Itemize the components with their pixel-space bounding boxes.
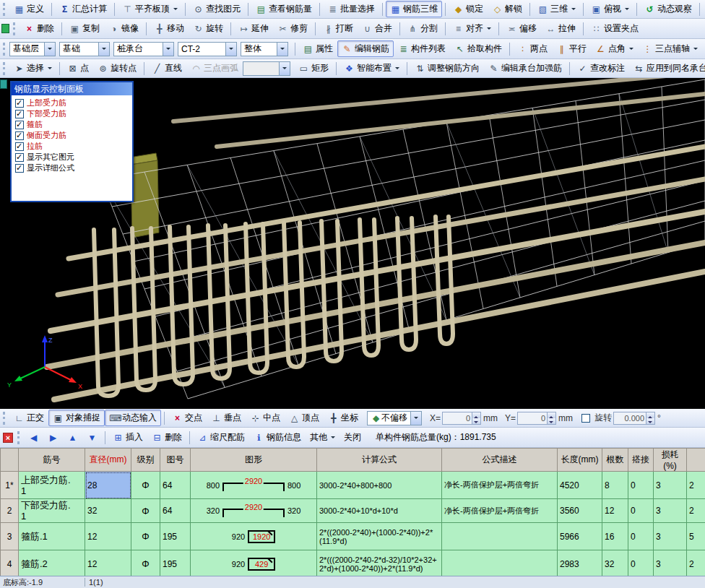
cell-graph[interactable]: 320 2920 320 320 2920 bbox=[191, 499, 317, 523]
rotate-spinner[interactable] bbox=[646, 412, 654, 424]
cell-loss[interactable]: 3 bbox=[654, 472, 687, 499]
cell-clipped[interactable]: 2 bbox=[687, 499, 705, 523]
toolbar-button[interactable]: 拉伸 bbox=[541, 20, 580, 37]
cell-qty[interactable]: 8 bbox=[602, 472, 628, 499]
chevron-down-icon[interactable] bbox=[163, 43, 173, 56]
checkbox[interactable] bbox=[15, 131, 24, 140]
edit-toolbar-button[interactable]: 钢筋信息 bbox=[249, 429, 306, 446]
toolbar-button[interactable]: 旋转点 bbox=[93, 60, 141, 77]
toolbar-button[interactable]: 设置夹点 bbox=[587, 20, 643, 37]
cell-diameter[interactable]: 12 bbox=[85, 550, 131, 576]
toolbar-button[interactable]: 矩形 bbox=[294, 60, 333, 77]
context-dropdown[interactable]: 基础层 bbox=[9, 42, 56, 56]
cell-desc[interactable] bbox=[442, 550, 558, 576]
chevron-down-icon[interactable] bbox=[44, 43, 55, 56]
toolbar-button[interactable]: 调整钢筋方向 bbox=[410, 60, 484, 77]
checkbox[interactable] bbox=[15, 164, 24, 173]
toolbar-button[interactable]: 旋转 bbox=[189, 20, 228, 37]
toolbar-button[interactable]: 合并 bbox=[358, 20, 397, 37]
cell-clipped[interactable]: 5 bbox=[687, 523, 705, 550]
toolbar-button[interactable]: 对齐 bbox=[449, 20, 496, 37]
cell-lap[interactable]: 0 bbox=[628, 550, 654, 576]
table-row[interactable]: 1* 上部受力筋.1 28 Φ 64 800 2920 800 bbox=[1, 472, 705, 499]
toolbar-button[interactable]: 批量选择 bbox=[323, 1, 379, 17]
toolbar-button[interactable]: 编辑钢筋 bbox=[337, 40, 394, 57]
cell-qty[interactable]: 12 bbox=[602, 499, 628, 523]
snap-toggle-button[interactable]: 中点 bbox=[246, 410, 285, 426]
toolbar-button[interactable]: 偏移 bbox=[502, 20, 541, 37]
cell-formula[interactable]: 2*((2000-2*40)+(1000-2*40))+2*(11.9*d) bbox=[317, 523, 442, 550]
edit-toolbar-button[interactable]: 删除 bbox=[147, 429, 186, 446]
toolbar-button[interactable]: 三点画弧 bbox=[186, 60, 243, 77]
rotate-input[interactable]: 0.000 bbox=[613, 412, 655, 425]
offset-mode-dropdown[interactable]: 不偏移 bbox=[367, 411, 422, 425]
cell-desc[interactable]: 净长-两倍保护层+两倍弯折 bbox=[442, 472, 558, 499]
cell-bar-name[interactable]: 下部受力筋.1 bbox=[19, 499, 85, 523]
cell-bar-name[interactable]: 上部受力筋.1 bbox=[19, 472, 85, 499]
cell-figure-no[interactable]: 195 bbox=[160, 523, 191, 550]
table-row[interactable]: 3 箍筋.1 12 Φ 195 920 1920 920 bbox=[1, 523, 705, 550]
toolbar-button[interactable]: 延伸 bbox=[234, 20, 273, 37]
checkbox[interactable] bbox=[15, 121, 24, 129]
cell-figure-no[interactable]: 195 bbox=[160, 550, 191, 576]
checkbox[interactable] bbox=[15, 99, 24, 108]
nav-left-button[interactable] bbox=[24, 431, 43, 445]
toolbar-button[interactable]: 点 bbox=[63, 60, 93, 77]
toolbar-button[interactable]: 点角 bbox=[591, 40, 638, 57]
cell-qty[interactable]: 32 bbox=[602, 550, 628, 576]
toolbar-button[interactable]: 分割 bbox=[403, 20, 442, 37]
toolbar-button[interactable]: 删除辅轴 bbox=[702, 40, 705, 57]
toolbar-button[interactable]: 直线 bbox=[147, 60, 186, 77]
cell-level[interactable]: Φ bbox=[131, 523, 160, 550]
toolbar-button[interactable]: 俯视 bbox=[587, 1, 633, 17]
toolbar-grip[interactable] bbox=[3, 43, 7, 56]
close-panel-button[interactable] bbox=[3, 433, 13, 443]
toolbar-button[interactable]: 智能布置 bbox=[339, 60, 404, 77]
cell-loss[interactable]: 3 bbox=[654, 550, 687, 576]
toolbar-button[interactable]: 属性 bbox=[298, 40, 337, 57]
toolbar-button[interactable]: 镜像 bbox=[104, 20, 143, 37]
row-number[interactable]: 4 bbox=[1, 550, 19, 576]
toolbar-button[interactable]: 两点 bbox=[513, 40, 552, 57]
toolbar-button[interactable]: 应用到同名承台 bbox=[629, 60, 705, 77]
toolbar-button[interactable]: 复制 bbox=[65, 20, 104, 37]
cell-desc[interactable]: 净长-两倍保护层+两倍弯折 bbox=[442, 499, 558, 523]
edit-toolbar-button[interactable]: 缩尺配筋 bbox=[193, 429, 249, 446]
cell-desc[interactable] bbox=[442, 523, 558, 550]
nav-down-button[interactable] bbox=[82, 431, 102, 445]
chevron-down-icon[interactable] bbox=[225, 43, 236, 56]
toolbar-button[interactable]: 三点辅轴 bbox=[638, 40, 702, 57]
cell-clipped[interactable]: 2 bbox=[687, 472, 705, 499]
toolbar-button[interactable]: 查看钢筋量 bbox=[251, 1, 316, 17]
toolbar-button[interactable]: 构件列表 bbox=[394, 40, 450, 57]
cell-bar-name[interactable]: 箍筋.2 bbox=[19, 550, 85, 576]
snap-toggle-button[interactable]: 正交 bbox=[9, 410, 48, 426]
edit-toolbar-button[interactable]: 其他 bbox=[306, 429, 339, 446]
row-number[interactable]: 1* bbox=[1, 472, 19, 499]
cell-lap[interactable]: 0 bbox=[628, 472, 654, 499]
cell-lap[interactable]: 0 bbox=[628, 499, 654, 523]
snap-toggle-button[interactable]: 顶点 bbox=[285, 410, 324, 426]
cell-level[interactable]: Φ bbox=[131, 499, 160, 523]
toolbar-button[interactable]: 移动 bbox=[150, 20, 189, 37]
panel-title[interactable]: 钢筋显示控制面板 bbox=[12, 82, 132, 95]
toolbar-button[interactable]: 锁定 bbox=[449, 1, 488, 17]
toolbar-grip[interactable] bbox=[17, 431, 21, 444]
snap-toggle-button[interactable]: 动态输入 bbox=[105, 410, 161, 426]
toolbar-button[interactable]: 打断 bbox=[319, 20, 358, 37]
edit-toolbar-button[interactable]: 插入 bbox=[108, 429, 147, 446]
toolbar-button[interactable]: 选择 bbox=[9, 60, 56, 77]
cell-formula[interactable]: 3000-2*40+800+800 bbox=[317, 472, 442, 499]
cell-formula[interactable]: 2*(((2000-2*40-2*d-32)/10*2+32+2*d)+(100… bbox=[317, 550, 442, 576]
toolbar-grip[interactable] bbox=[13, 22, 17, 35]
cell-length[interactable]: 5966 bbox=[558, 523, 602, 550]
table-row[interactable]: 2 下部受力筋.1 32 Φ 64 320 2920 320 bbox=[1, 499, 705, 523]
cell-length[interactable]: 2983 bbox=[558, 550, 602, 576]
toolbar-button[interactable]: 删除 bbox=[20, 20, 59, 37]
nav-right-button[interactable] bbox=[43, 431, 63, 445]
viewport-3d[interactable]: X Y Z 钢筋显示控制面板 上部受力筋 下部受力筋 bbox=[0, 78, 705, 409]
chevron-down-icon[interactable] bbox=[98, 43, 109, 56]
toolbar-button[interactable]: 查改标注 bbox=[573, 60, 629, 77]
toolbar-grip[interactable] bbox=[3, 412, 7, 425]
cell-diameter[interactable]: 28 bbox=[85, 472, 131, 499]
